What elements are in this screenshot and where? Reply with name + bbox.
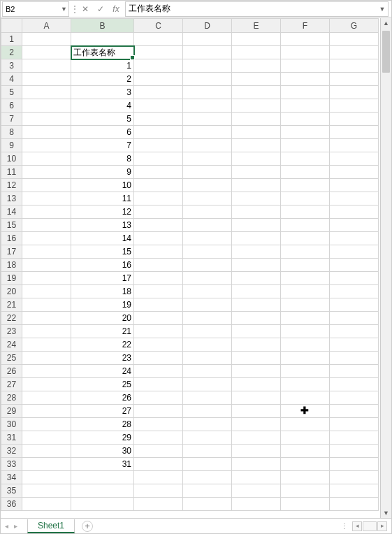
row-header-25[interactable]: 25 [1,352,22,365]
cell-D7[interactable] [183,113,232,126]
cell-D15[interactable] [183,219,232,232]
cell-A31[interactable] [22,431,71,445]
cell-A2[interactable] [22,46,71,59]
cell-C21[interactable] [134,298,183,312]
row-header-11[interactable]: 11 [1,166,22,179]
cell-F24[interactable] [281,338,330,352]
cell-B29[interactable]: 27 [71,405,134,418]
cell-C14[interactable] [134,205,183,219]
cell-A4[interactable] [22,73,71,86]
cell-C34[interactable] [134,471,183,484]
cell-C29[interactable] [134,405,183,418]
cell-B1[interactable] [71,33,134,46]
cell-G2[interactable] [330,46,379,59]
cell-B16[interactable]: 14 [71,232,134,245]
cell-E12[interactable] [232,179,281,192]
cell-B14[interactable]: 12 [71,205,134,219]
cell-G34[interactable] [330,471,379,484]
cell-D8[interactable] [183,126,232,139]
cell-F2[interactable] [281,46,330,59]
cell-E29[interactable] [232,405,281,418]
cell-G17[interactable] [330,245,379,259]
row-header-23[interactable]: 23 [1,325,22,338]
cell-E24[interactable] [232,338,281,352]
row-header-15[interactable]: 15 [1,219,22,232]
cell-B18[interactable]: 16 [71,259,134,272]
cell-C15[interactable] [134,219,183,232]
cell-B27[interactable]: 25 [71,378,134,391]
cell-B23[interactable]: 21 [71,325,134,338]
cell-F34[interactable] [281,471,330,484]
cell-G7[interactable] [330,113,379,126]
cell-A7[interactable] [22,113,71,126]
cell-A3[interactable] [22,59,71,73]
row-header-32[interactable]: 32 [1,445,22,458]
cell-A25[interactable] [22,352,71,365]
cell-B19[interactable]: 17 [71,272,134,285]
row-header-34[interactable]: 34 [1,471,22,484]
cell-D12[interactable] [183,179,232,192]
cell-D35[interactable] [183,484,232,498]
cell-A18[interactable] [22,259,71,272]
cell-B8[interactable]: 6 [71,126,134,139]
cell-E21[interactable] [232,298,281,312]
cell-C3[interactable] [134,59,183,73]
cell-E35[interactable] [232,484,281,498]
row-header-35[interactable]: 35 [1,484,22,498]
cell-C4[interactable] [134,73,183,86]
cell-D26[interactable] [183,365,232,378]
row-header-14[interactable]: 14 [1,205,22,219]
cell-D21[interactable] [183,298,232,312]
cell-C18[interactable] [134,259,183,272]
cell-D33[interactable] [183,458,232,471]
cell-D10[interactable] [183,152,232,166]
cell-A13[interactable] [22,192,71,205]
cell-C2[interactable] [134,46,183,59]
cell-B21[interactable]: 19 [71,298,134,312]
cell-A16[interactable] [22,232,71,245]
cell-B6[interactable]: 4 [71,99,134,113]
row-header-24[interactable]: 24 [1,338,22,352]
cell-E36[interactable] [232,498,281,511]
cell-F8[interactable] [281,126,330,139]
cell-C28[interactable] [134,391,183,405]
cell-A20[interactable] [22,285,71,298]
row-header-27[interactable]: 27 [1,378,22,391]
cell-D30[interactable] [183,418,232,431]
row-header-4[interactable]: 4 [1,73,22,86]
cell-E7[interactable] [232,113,281,126]
cell-E33[interactable] [232,458,281,471]
cell-D36[interactable] [183,498,232,511]
cell-D13[interactable] [183,192,232,205]
cell-E2[interactable] [232,46,281,59]
cell-D24[interactable] [183,338,232,352]
cell-B5[interactable]: 3 [71,86,134,99]
cell-F22[interactable] [281,312,330,325]
cell-C8[interactable] [134,126,183,139]
cell-D3[interactable] [183,59,232,73]
cell-G18[interactable] [330,259,379,272]
cell-C31[interactable] [134,431,183,445]
cell-E17[interactable] [232,245,281,259]
cell-E27[interactable] [232,378,281,391]
tab-nav-prev-icon[interactable]: ▸ [14,522,17,530]
row-header-26[interactable]: 26 [1,365,22,378]
cell-F4[interactable] [281,73,330,86]
cell-A6[interactable] [22,99,71,113]
cell-C5[interactable] [134,86,183,99]
cell-B10[interactable]: 8 [71,152,134,166]
cell-G27[interactable] [330,378,379,391]
cell-C9[interactable] [134,139,183,152]
cell-G24[interactable] [330,338,379,352]
cell-D28[interactable] [183,391,232,405]
row-header-12[interactable]: 12 [1,179,22,192]
cell-A12[interactable] [22,179,71,192]
row-header-13[interactable]: 13 [1,192,22,205]
cell-G14[interactable] [330,205,379,219]
cell-E31[interactable] [232,431,281,445]
cell-G22[interactable] [330,312,379,325]
add-sheet-button[interactable]: + [82,521,93,532]
cell-F3[interactable] [281,59,330,73]
scroll-down-icon[interactable]: ▼ [381,508,391,518]
scroll-up-icon[interactable]: ▲ [381,18,391,28]
